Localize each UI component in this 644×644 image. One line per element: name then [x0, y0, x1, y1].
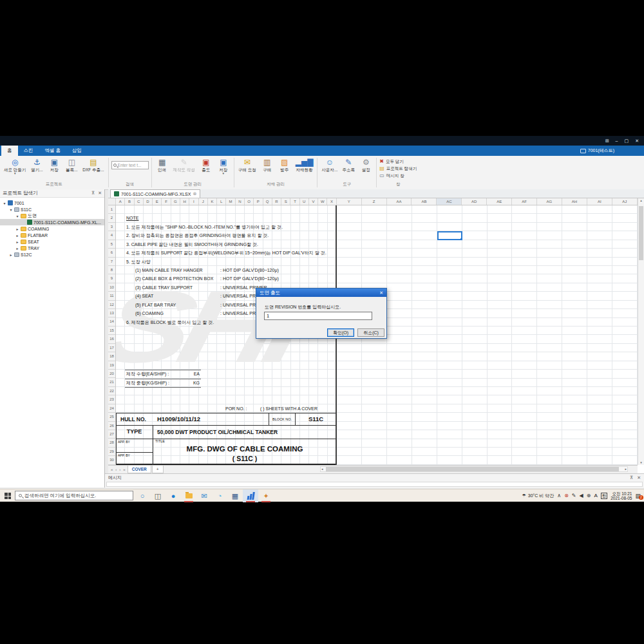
column-header-H[interactable]: H — [180, 198, 189, 205]
scroll-right-icon[interactable]: ▸ — [625, 467, 627, 471]
expanded-arrow-icon[interactable]: ▾ — [3, 201, 6, 205]
column-header-AH[interactable]: AH — [562, 198, 587, 205]
weather-widget[interactable]: ☂ 30°C 비 약간 — [522, 493, 554, 499]
row-header-4[interactable]: 4 — [108, 231, 115, 240]
whale-browser-icon[interactable]: ◔ — [212, 489, 227, 502]
vertical-scrollbar[interactable]: ▴ ▾ — [638, 198, 644, 465]
column-header-AC[interactable]: AC — [437, 198, 462, 205]
column-header-W[interactable]: W — [318, 198, 327, 205]
menu-tab-insert[interactable]: 삽입 — [66, 146, 88, 156]
column-header-D[interactable]: D — [144, 198, 153, 205]
row-header-24[interactable]: 24 — [108, 404, 115, 413]
first-sheet-icon[interactable]: « — [110, 468, 113, 471]
row-header-17[interactable]: 17 — [108, 344, 115, 352]
column-header-G[interactable]: G — [171, 198, 180, 205]
collapsed-arrow-icon[interactable]: ▸ — [9, 252, 13, 257]
row-header-18[interactable]: 18 — [108, 352, 115, 361]
prev-sheet-icon[interactable]: ‹ — [115, 468, 117, 471]
row-header-6[interactable]: 6 — [108, 249, 115, 257]
row-header-26[interactable]: 26 — [108, 422, 115, 430]
panel-close-icon[interactable]: ✕ — [98, 191, 102, 196]
row-header-20[interactable]: 20 — [108, 370, 115, 378]
marerp-app-icon[interactable] — [243, 489, 258, 502]
clock[interactable]: 오전 10:21 2021-08-05 — [611, 491, 632, 501]
column-header-P[interactable]: P — [254, 198, 263, 205]
collapsed-arrow-icon[interactable]: ▸ — [15, 227, 19, 231]
vertical-scroll-thumb[interactable] — [639, 206, 643, 260]
column-header-Q[interactable]: Q — [263, 198, 272, 205]
scroll-up-icon[interactable]: ▴ — [638, 198, 644, 202]
hidden-icons-chevron[interactable]: ∧ — [557, 493, 561, 499]
select-all-corner[interactable] — [108, 198, 116, 205]
row-header-14[interactable]: 14 — [108, 317, 115, 326]
tree-item-domyeon[interactable]: ▾도면 — [0, 213, 104, 219]
column-header-AG[interactable]: AG — [537, 198, 562, 205]
panel-close-icon[interactable]: ✕ — [637, 475, 641, 480]
scroll-left-icon[interactable]: ◂ — [321, 467, 323, 471]
column-header-U[interactable]: U — [300, 198, 309, 205]
column-header-Y[interactable]: Y — [337, 198, 362, 205]
row-header-7[interactable]: 7 — [108, 258, 115, 266]
device-disconnected-icon[interactable]: ⊗ — [564, 493, 569, 499]
message-window-button[interactable]: ▭메시지 창 — [379, 173, 404, 178]
row-header-16[interactable]: 16 — [108, 335, 115, 343]
users-button[interactable]: ☺사용자... — [320, 157, 339, 173]
purchase-button[interactable]: ▥구매 — [260, 157, 275, 173]
column-header-K[interactable]: K — [208, 198, 217, 205]
row-header-9[interactable]: 9 — [108, 274, 115, 283]
save-drawing-button[interactable]: ▣저장▾ — [216, 157, 231, 176]
column-header-C[interactable]: C — [135, 198, 144, 205]
column-header-B[interactable]: B — [125, 198, 134, 205]
column-header-T[interactable]: T — [290, 198, 299, 205]
row-header-28[interactable]: 28 — [108, 439, 115, 447]
collapsed-arrow-icon[interactable]: ▸ — [15, 246, 19, 251]
column-header-N[interactable]: N — [236, 198, 245, 205]
tree-item-coaming-file[interactable]: 7001-S11C-COAMING-MFG.XL... — [0, 219, 104, 225]
tree-item-s11c[interactable]: ▾S11C — [0, 206, 104, 213]
menu-tab-home[interactable]: 홈 — [1, 146, 18, 156]
column-header-X[interactable]: X — [327, 198, 336, 205]
column-header-L[interactable]: L — [217, 198, 226, 205]
print-button[interactable]: ▦인쇄 — [155, 157, 170, 173]
column-header-AA[interactable]: AA — [387, 198, 412, 205]
tab-close-icon[interactable]: ⊗ — [193, 191, 196, 196]
row-header-22[interactable]: 22 — [108, 387, 115, 395]
menu-tab-excel-home[interactable]: 엑셀 홈 — [39, 146, 67, 156]
block-button[interactable]: ◫블록... — [64, 157, 79, 173]
scroll-down-icon[interactable]: ▾ — [638, 460, 644, 464]
row-header-12[interactable]: 12 — [108, 301, 115, 309]
column-header-Z[interactable]: Z — [362, 198, 387, 205]
network-globe-icon[interactable]: ⊕ — [587, 493, 591, 499]
save-button[interactable]: ▣저장 — [46, 157, 62, 173]
row-header-27[interactable]: 27 — [108, 430, 115, 439]
row-header-8[interactable]: 8 — [108, 266, 115, 274]
order-button[interactable]: ▨발주 — [277, 157, 292, 173]
column-header-R[interactable]: R — [272, 198, 281, 205]
tree-item-seat[interactable]: ▸SEAT — [0, 238, 104, 245]
notification-center-icon[interactable]: ▨ 2 — [635, 493, 641, 499]
calculator-icon[interactable]: ▦ — [227, 489, 243, 502]
expanded-arrow-icon[interactable]: ▾ — [9, 207, 13, 212]
column-header-O[interactable]: O — [245, 198, 254, 205]
column-header-AD[interactable]: AD — [462, 198, 487, 205]
pin-icon[interactable]: ⊼ — [91, 191, 95, 196]
tree-item-coaming[interactable]: ▸COAMING — [0, 225, 104, 232]
volume-icon[interactable]: ◀ — [580, 493, 583, 499]
column-header-AJ[interactable]: AJ — [612, 198, 638, 205]
edge-icon[interactable]: ● — [166, 489, 181, 502]
add-sheet-icon[interactable]: + — [152, 466, 164, 473]
ime-korean-icon[interactable]: 한 — [601, 493, 608, 499]
file-explorer-icon[interactable] — [181, 489, 196, 502]
row-header-13[interactable]: 13 — [108, 309, 115, 317]
row-header-15[interactable]: 15 — [108, 327, 115, 335]
row-header-30[interactable]: 30 — [108, 456, 115, 464]
row-header-5[interactable]: 5 — [108, 240, 115, 249]
document-tab[interactable]: 7001-S11C-COAMING-MFG.XLSX ⊗ — [110, 189, 200, 198]
next-sheet-icon[interactable]: › — [118, 468, 121, 471]
issue-drawing-button[interactable]: ▣출도 — [198, 157, 214, 173]
pin-icon[interactable]: ⊼ — [630, 475, 633, 480]
new-button[interactable]: ◎새로 만들기▾ — [3, 157, 27, 176]
minimize-icon[interactable]: – — [616, 137, 618, 144]
expanded-arrow-icon[interactable]: ▾ — [15, 214, 19, 218]
ribbon-search-input[interactable]: Enter text t... — [111, 161, 149, 169]
